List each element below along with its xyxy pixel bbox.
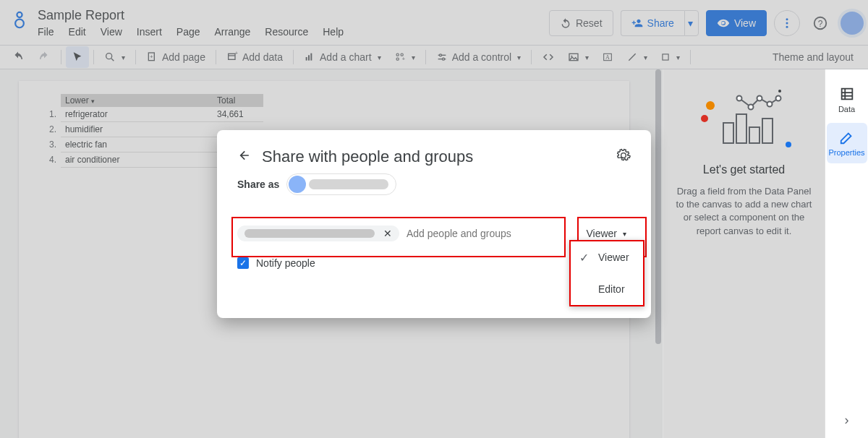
menu-insert[interactable]: Insert: [137, 26, 162, 38]
menu-resource[interactable]: Resource: [265, 26, 308, 38]
undo-button[interactable]: [6, 46, 30, 68]
menu-help[interactable]: Help: [323, 26, 344, 38]
svg-point-4: [786, 26, 788, 28]
select-tool[interactable]: [66, 46, 89, 68]
share-as-user-chip[interactable]: [286, 173, 396, 195]
tab-properties-label: Properties: [828, 148, 864, 157]
pencil-icon: [839, 129, 855, 145]
menu-page[interactable]: Page: [176, 26, 200, 38]
add-data-button[interactable]: +Add data: [221, 46, 289, 68]
remove-chip-button[interactable]: ✕: [379, 228, 396, 239]
svg-point-31: [778, 90, 781, 93]
share-label: Share: [647, 17, 674, 29]
menu-arrange[interactable]: Arrange: [215, 26, 251, 38]
user-avatar-icon: [289, 176, 306, 193]
svg-point-7: [106, 53, 112, 59]
more-vert-icon: [780, 17, 793, 30]
control-icon: [436, 51, 448, 63]
svg-rect-16: [310, 53, 312, 61]
reset-label: Reset: [576, 17, 603, 29]
account-avatar[interactable]: [841, 12, 864, 35]
col-header-2[interactable]: Total: [213, 94, 263, 107]
chart-icon: [304, 51, 315, 63]
add-page-label: Add page: [162, 51, 205, 63]
reset-button[interactable]: Reset: [549, 10, 613, 36]
add-control-label: Add a control: [452, 51, 512, 63]
role-option-editor-label: Editor: [598, 283, 625, 295]
data-icon: +: [226, 51, 238, 63]
doc-title[interactable]: Sample Report: [38, 7, 549, 23]
page-plus-icon: +: [146, 51, 158, 63]
role-dropdown: ✓ Viewer Editor: [569, 240, 644, 306]
embed-button[interactable]: [536, 46, 561, 68]
canvas-scrollbar[interactable]: [654, 69, 663, 438]
recipient-chip[interactable]: ✕: [237, 226, 399, 241]
add-control-button[interactable]: Add a control: [430, 46, 527, 68]
cursor-icon: [72, 51, 83, 63]
zoom-control[interactable]: [98, 46, 131, 68]
share-as-row: Share as: [237, 173, 631, 195]
svg-point-39: [748, 105, 753, 110]
svg-point-17: [396, 53, 399, 56]
theme-label: Theme and layout: [773, 51, 854, 63]
sidepanel-desc: Drag a field from the Data Panel to the …: [671, 185, 817, 238]
zoom-icon: [104, 51, 116, 63]
expand-panel-button[interactable]: ›: [845, 413, 849, 428]
header-actions: Reset Share ▾ View ?: [549, 10, 864, 36]
community-icon: +: [394, 51, 406, 63]
role-option-viewer[interactable]: ✓ Viewer: [571, 241, 643, 273]
svg-text:?: ?: [818, 19, 823, 29]
help-button[interactable]: ?: [807, 10, 833, 36]
notify-checkbox[interactable]: ✓: [237, 257, 249, 269]
community-viz-button[interactable]: +: [388, 46, 421, 68]
tab-data[interactable]: Data: [827, 80, 867, 120]
svg-rect-44: [841, 89, 852, 100]
text-icon: A: [602, 51, 613, 63]
svg-point-40: [757, 96, 762, 101]
role-option-viewer-label: Viewer: [598, 252, 629, 263]
view-button[interactable]: View: [706, 10, 767, 36]
share-dropdown-button[interactable]: ▾: [684, 10, 699, 36]
share-as-label: Share as: [237, 179, 279, 190]
shape-button[interactable]: [655, 46, 686, 68]
toolbar: +Add page +Add data Add a chart + Add a …: [0, 45, 868, 69]
svg-point-33: [701, 115, 708, 122]
shape-icon: [660, 52, 671, 62]
back-button[interactable]: [237, 148, 252, 166]
svg-text:+: +: [401, 56, 404, 62]
text-button[interactable]: A: [596, 46, 619, 68]
menu-bar: File Edit View Insert Page Arrange Resou…: [38, 26, 549, 38]
add-page-button[interactable]: +Add page: [140, 46, 211, 68]
line-icon: [626, 51, 638, 63]
col-header-1[interactable]: Lower ▾: [61, 94, 213, 107]
role-select-button[interactable]: Viewer: [586, 228, 631, 239]
theme-layout-button[interactable]: Theme and layout: [767, 46, 862, 68]
svg-text:A: A: [605, 54, 610, 61]
role-option-editor[interactable]: Editor: [571, 273, 643, 305]
svg-rect-15: [308, 55, 310, 60]
data-icon: [839, 86, 855, 102]
app-header: Sample Report File Edit View Insert Page…: [0, 0, 868, 45]
menu-view[interactable]: View: [101, 26, 122, 38]
menu-file[interactable]: File: [38, 26, 54, 38]
svg-point-41: [767, 102, 772, 107]
menu-edit[interactable]: Edit: [69, 26, 86, 38]
image-button[interactable]: [562, 46, 595, 68]
tab-properties[interactable]: Properties: [827, 123, 867, 163]
redo-button[interactable]: [32, 46, 56, 68]
svg-point-19: [396, 58, 399, 60]
table-row[interactable]: 1.refrigerator34,661: [32, 107, 263, 122]
person-add-icon: [631, 17, 643, 29]
settings-button[interactable]: [616, 148, 631, 166]
share-button[interactable]: Share: [621, 10, 684, 36]
add-people-input[interactable]: [407, 228, 586, 239]
view-label: View: [734, 17, 756, 29]
line-button[interactable]: [621, 46, 653, 68]
more-options-button[interactable]: [774, 10, 800, 36]
side-panel: Let's get started Drag a field from the …: [663, 69, 825, 438]
svg-text:+: +: [150, 53, 153, 60]
notify-label: Notify people: [256, 257, 315, 269]
svg-point-43: [786, 142, 791, 147]
svg-rect-34: [723, 123, 733, 143]
add-chart-button[interactable]: Add a chart: [298, 46, 387, 68]
